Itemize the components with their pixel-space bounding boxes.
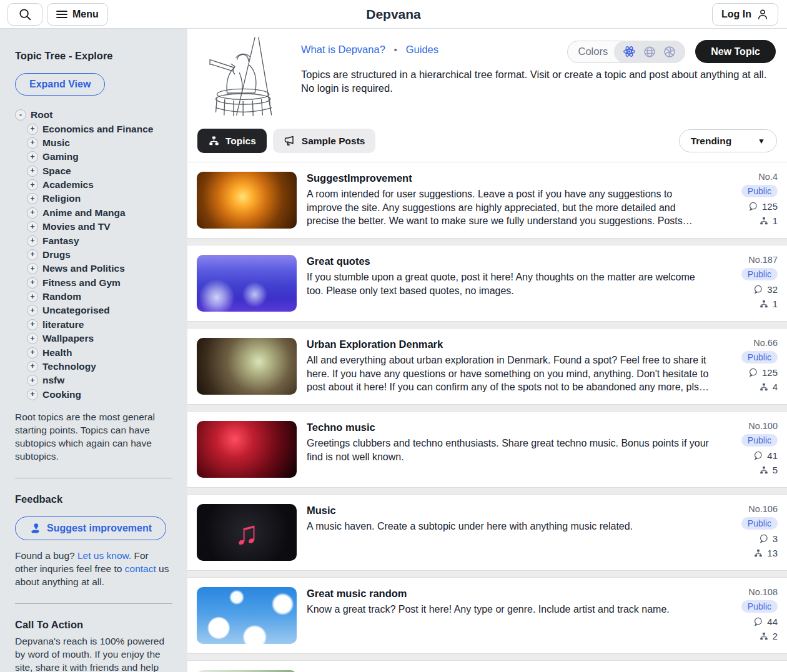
expand-node-button[interactable]: + xyxy=(27,221,38,232)
expand-node-button[interactable]: + xyxy=(27,347,38,358)
tab-sample-posts[interactable]: Sample Posts xyxy=(273,129,376,153)
let-us-know-link[interactable]: Let us know. xyxy=(77,550,131,561)
search-button[interactable] xyxy=(7,3,42,26)
new-topic-button[interactable]: New Topic xyxy=(695,40,776,63)
topic-thumbnail[interactable] xyxy=(197,172,297,229)
tree-item[interactable]: + Movies and TV xyxy=(27,220,172,234)
expand-node-button[interactable]: + xyxy=(27,137,38,149)
guides-link[interactable]: Guides xyxy=(406,44,438,56)
tree-item-label[interactable]: Religion xyxy=(42,193,81,204)
topic-thumbnail[interactable] xyxy=(197,587,297,644)
expand-node-button[interactable]: + xyxy=(27,319,38,330)
globe-theme-icon[interactable] xyxy=(643,45,656,59)
topic-title[interactable]: Music xyxy=(307,505,709,516)
topic-card[interactable]: Great music random Know a great track? P… xyxy=(187,577,787,654)
expand-node-button[interactable]: + xyxy=(27,361,38,372)
tree-item[interactable]: + Random xyxy=(27,290,172,304)
expand-node-button[interactable]: + xyxy=(27,263,38,274)
tree-item-label[interactable]: literature xyxy=(42,319,84,330)
tree-item[interactable]: + Music xyxy=(27,136,172,150)
expand-node-button[interactable]: + xyxy=(27,151,38,162)
tree-item-label[interactable]: Wallpapers xyxy=(42,333,94,344)
topic-thumbnail[interactable] xyxy=(197,255,297,312)
tree-item-label[interactable]: Academics xyxy=(42,179,94,190)
what-is-depvana-link[interactable]: What is Depvana? xyxy=(301,44,385,56)
sort-dropdown[interactable]: Trending ▼ xyxy=(679,129,777,152)
expand-node-button[interactable]: + xyxy=(27,207,38,219)
tree-item[interactable]: + Health xyxy=(27,345,172,359)
expand-node-button[interactable]: + xyxy=(27,235,38,247)
tree-item-label[interactable]: Anime and Manga xyxy=(42,207,126,219)
topic-thumbnail[interactable] xyxy=(197,338,297,395)
login-button[interactable]: Log In xyxy=(712,3,778,26)
menu-button[interactable]: Menu xyxy=(47,3,108,26)
expand-node-button[interactable]: + xyxy=(27,179,38,190)
topic-title[interactable]: Great music random xyxy=(307,588,709,600)
tree-item-label[interactable]: Cooking xyxy=(42,389,81,400)
expand-node-button[interactable]: + xyxy=(27,389,38,400)
tab-topics[interactable]: Topics xyxy=(197,129,267,153)
aperture-theme-icon[interactable] xyxy=(663,45,676,59)
tree-item-label[interactable]: Movies and TV xyxy=(42,221,111,232)
topic-card[interactable]: SuggestImprovement A room intended for u… xyxy=(187,162,787,239)
topic-thumbnail[interactable]: ♫ xyxy=(197,504,297,561)
suggest-improvement-button[interactable]: Suggest improvement xyxy=(15,516,166,540)
topic-card[interactable]: Great quotes If you stumble upon a great… xyxy=(187,245,787,322)
tree-item[interactable]: + literature xyxy=(27,318,172,332)
topic-card[interactable]: ♫ Music A music haven. Create a subtopic… xyxy=(187,494,787,571)
tree-item-label[interactable]: Fantasy xyxy=(42,235,79,247)
topic-title[interactable]: Great quotes xyxy=(307,255,709,267)
tree-item-label[interactable]: Music xyxy=(42,137,70,149)
tree-item[interactable]: + Gaming xyxy=(27,150,172,164)
tree-item-label[interactable]: Drugs xyxy=(42,249,71,260)
tree-item[interactable]: + Academics xyxy=(27,178,172,192)
tree-item[interactable]: + Space xyxy=(27,164,172,178)
expand-node-button[interactable]: + xyxy=(27,249,38,260)
tree-item[interactable]: + Religion xyxy=(27,192,172,205)
tree-item[interactable]: + Uncategorised xyxy=(27,304,172,317)
contact-link[interactable]: contact xyxy=(125,563,156,574)
tree-item-label[interactable]: Health xyxy=(42,347,72,358)
tree-item-label[interactable]: Fitness and Gym xyxy=(42,277,121,289)
tree-item-label[interactable]: Space xyxy=(42,166,71,177)
topic-card[interactable]: Urban Exploration Denmark All and everyt… xyxy=(187,328,787,405)
tree-item[interactable]: + Drugs xyxy=(27,248,172,262)
tree-item-label[interactable]: Technology xyxy=(42,361,96,372)
tree-item-label[interactable]: Economics and Finance xyxy=(42,124,153,135)
expand-node-button[interactable]: + xyxy=(27,291,38,302)
topic-title[interactable]: Techno music xyxy=(307,422,709,433)
expand-node-button[interactable]: + xyxy=(27,277,38,289)
topic-card[interactable]: ▲ Conspiracy For all theories no matter … xyxy=(187,660,787,672)
tree-item[interactable]: + Wallpapers xyxy=(27,332,172,345)
tree-item-label[interactable]: Random xyxy=(42,291,81,302)
tree-root-row[interactable]: - Root xyxy=(15,108,172,122)
topic-thumbnail[interactable] xyxy=(197,421,297,478)
tree-root-label[interactable]: Root xyxy=(31,109,52,121)
expand-node-button[interactable]: + xyxy=(27,193,38,204)
tree-item[interactable]: + Economics and Finance xyxy=(27,122,172,136)
expand-node-button[interactable]: + xyxy=(27,333,38,344)
expand-node-button[interactable]: + xyxy=(27,166,38,177)
topic-title[interactable]: Urban Exploration Denmark xyxy=(307,338,709,350)
topic-title[interactable]: SuggestImprovement xyxy=(307,172,709,184)
tree-item[interactable]: + News and Politics xyxy=(27,262,172,275)
react-theme-icon[interactable] xyxy=(622,44,636,59)
tree-item-label[interactable]: Gaming xyxy=(42,151,79,162)
expand-node-button[interactable]: + xyxy=(27,305,38,316)
tree-item[interactable]: + Technology xyxy=(27,360,172,373)
tree-item[interactable]: + nsfw xyxy=(27,373,172,387)
tree-item[interactable]: + Cooking xyxy=(27,388,172,402)
topic-card[interactable]: Techno music Greetings clubbers and tech… xyxy=(187,411,787,488)
color-theme-picker[interactable]: Colors xyxy=(567,41,685,63)
expand-node-button[interactable]: + xyxy=(27,375,38,386)
expand-view-button[interactable]: Expand View xyxy=(15,73,105,96)
tree-item[interactable]: + Anime and Manga xyxy=(27,206,172,220)
tree-item[interactable]: + Fantasy xyxy=(27,234,172,247)
tree-item-label[interactable]: News and Politics xyxy=(42,263,125,274)
tree-item-label[interactable]: nsfw xyxy=(42,375,64,386)
tree-item[interactable]: + Fitness and Gym xyxy=(27,276,172,290)
collapse-node-button[interactable]: - xyxy=(15,109,26,121)
expand-node-button[interactable]: + xyxy=(27,124,38,135)
sort-label: Trending xyxy=(691,136,731,147)
tree-item-label[interactable]: Uncategorised xyxy=(42,305,110,316)
